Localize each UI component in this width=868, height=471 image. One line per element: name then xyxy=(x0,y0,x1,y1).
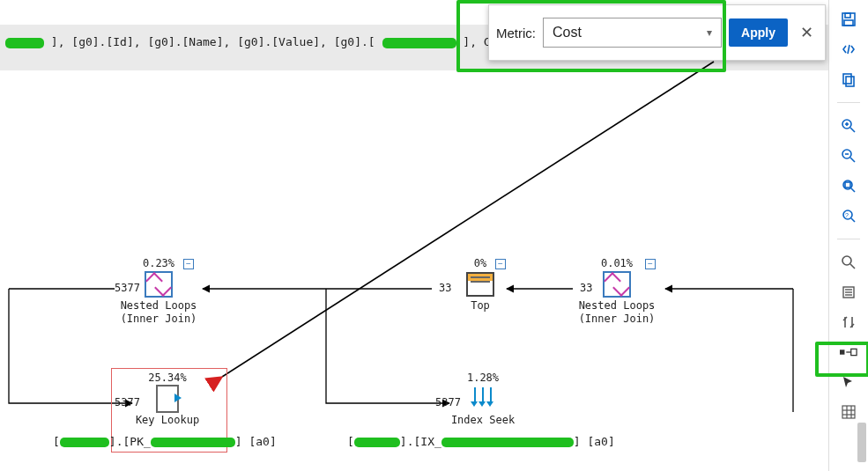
svg-line-20 xyxy=(850,264,855,269)
svg-rect-5 xyxy=(846,77,854,86)
node-subtitle: (Inner Join) xyxy=(106,313,211,326)
grid-icon[interactable] xyxy=(840,403,857,421)
svg-line-14 xyxy=(851,188,855,192)
chevron-down-icon: ▾ xyxy=(707,26,712,39)
node-title: Top xyxy=(427,299,533,313)
svg-line-17 xyxy=(851,218,855,222)
highlight-expensive-icon[interactable] xyxy=(840,343,857,361)
svg-line-3 xyxy=(848,45,849,54)
copy-icon[interactable] xyxy=(840,70,857,88)
collapse-toggle[interactable]: − xyxy=(495,259,506,269)
properties-icon[interactable] xyxy=(840,283,857,301)
svg-point-19 xyxy=(842,256,851,265)
save-icon[interactable] xyxy=(840,11,857,28)
svg-rect-1 xyxy=(845,13,850,18)
zoom-custom-icon[interactable]: ? xyxy=(840,207,857,224)
svg-line-7 xyxy=(850,128,855,132)
node-title: Nested Loops xyxy=(106,299,211,313)
compare-icon[interactable] xyxy=(840,313,857,331)
object-label: [].[IX_] [a0] xyxy=(347,435,615,448)
cursor-icon[interactable] xyxy=(840,373,857,391)
row-count: 5377 xyxy=(115,282,140,294)
svg-rect-15 xyxy=(845,182,850,188)
row-count: 33 xyxy=(439,282,451,294)
top-icon xyxy=(466,272,494,297)
svg-rect-25 xyxy=(840,350,844,354)
close-icon[interactable]: ✕ xyxy=(795,21,818,44)
collapse-toggle[interactable]: − xyxy=(645,259,656,269)
row-count: 33 xyxy=(580,282,592,294)
svg-rect-27 xyxy=(851,349,857,355)
apply-button[interactable]: Apply xyxy=(729,18,788,47)
collapse-toggle[interactable]: − xyxy=(183,259,194,269)
script-icon[interactable] xyxy=(840,40,857,58)
metric-label: Metric: xyxy=(496,26,536,40)
sql-fragment: ], [g0].[Id], [g0].[Name], [g0].[Value],… xyxy=(51,35,375,48)
object-label: [].[PK_] [a0] xyxy=(53,435,277,448)
nested-loops-icon xyxy=(145,271,173,298)
metric-panel: Metric: Cost ▾ Apply ✕ xyxy=(488,4,826,61)
svg-line-38 xyxy=(222,62,714,377)
svg-text:?: ? xyxy=(845,212,849,218)
node-cost: 25.34% xyxy=(115,372,220,384)
node-title: Key Lookup xyxy=(115,414,220,427)
svg-line-11 xyxy=(850,158,855,162)
nested-loops-icon xyxy=(603,271,631,298)
row-count: 5377 xyxy=(115,396,140,408)
node-subtitle: (Inner Join) xyxy=(564,313,670,326)
key-lookup-icon xyxy=(156,385,179,413)
zoom-fit-icon[interactable] xyxy=(840,177,857,195)
zoom-out-icon[interactable] xyxy=(840,147,857,165)
index-seek-icon xyxy=(470,387,496,410)
node-cost: 0% xyxy=(427,257,533,269)
node-title: Nested Loops xyxy=(564,299,670,313)
svg-rect-28 xyxy=(842,406,855,418)
svg-rect-2 xyxy=(844,20,853,26)
metric-select[interactable]: Cost ▾ xyxy=(543,18,722,48)
node-cost: 0.23% xyxy=(106,257,211,269)
node-title: Index Seek xyxy=(430,414,536,427)
metric-selected-value: Cost xyxy=(553,25,582,40)
row-count: 5377 xyxy=(435,396,461,408)
svg-rect-4 xyxy=(843,74,851,84)
node-cost: 1.28% xyxy=(430,372,536,384)
find-icon[interactable] xyxy=(840,254,857,271)
scrollbar-thumb[interactable] xyxy=(857,423,866,462)
right-toolbar: ? xyxy=(828,0,868,471)
zoom-in-icon[interactable] xyxy=(840,117,857,135)
